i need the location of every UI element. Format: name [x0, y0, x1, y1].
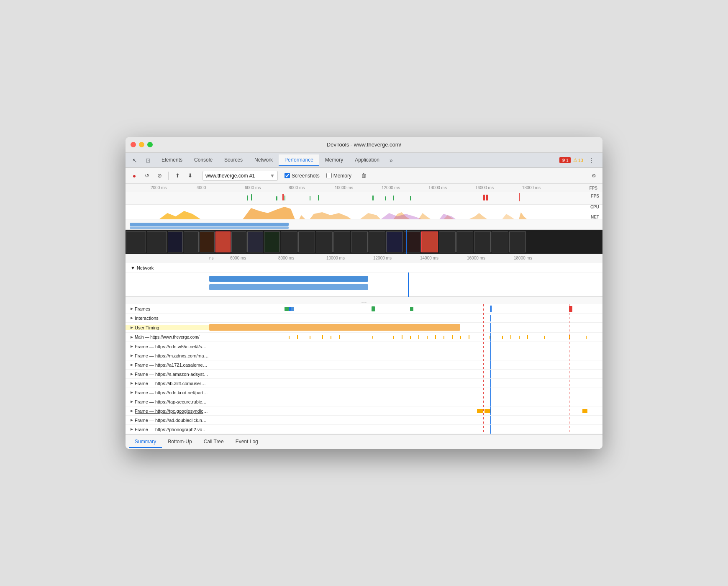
error-badge[interactable]: ⊗ 1	[559, 157, 571, 163]
frame-row-9[interactable]: ▶ Frame — https://phonograph2.voxmedia.c…	[126, 425, 602, 434]
main-row[interactable]: ▶ Main — https://www.theverge.com/	[126, 333, 602, 342]
frame-row-7[interactable]: ▶ Frame — https://tpc.googlesyndication.…	[126, 406, 602, 416]
record-button[interactable]: ●	[129, 170, 140, 181]
frame-triangle-icon-4: ▶	[131, 381, 133, 385]
memory-checkbox-label[interactable]: Memory	[326, 173, 351, 179]
frame-row-2[interactable]: ▶ Frame — https://a1721.casalemedia.com/…	[126, 360, 602, 370]
clear-button[interactable]: ⊘	[154, 170, 165, 181]
frame-triangle-icon-1: ▶	[131, 354, 133, 357]
screenshot-thumb[interactable]	[231, 231, 246, 252]
download-button[interactable]: ⬇	[185, 170, 195, 181]
svg-rect-42	[339, 335, 340, 339]
tab-application[interactable]: Application	[349, 154, 385, 166]
user-timing-blue-line	[490, 323, 491, 332]
tab-bottom-up[interactable]: Bottom-Up	[162, 436, 197, 448]
gear-button[interactable]: ⚙	[588, 170, 599, 181]
screenshot-thumb[interactable]	[215, 231, 231, 252]
upload-button[interactable]: ⬆	[172, 170, 183, 181]
tab-network[interactable]: Network	[249, 154, 279, 166]
svg-rect-30	[291, 307, 294, 311]
url-dropdown[interactable]: www.theverge.com #1 ▼	[203, 171, 278, 181]
screenshot-thumb[interactable]	[439, 231, 456, 252]
screenshot-thumb[interactable]	[200, 231, 215, 252]
network-section[interactable]: ▼ Network	[126, 263, 602, 297]
screenshot-thumb[interactable]	[147, 231, 167, 252]
screenshots-checkbox[interactable]	[285, 173, 290, 178]
screenshot-thumb[interactable]	[168, 231, 183, 252]
screenshot-thumb[interactable]	[369, 231, 385, 252]
tab-sources[interactable]: Sources	[218, 154, 249, 166]
ruler-mark-2000: 2000 ms	[151, 185, 167, 190]
tab-performance[interactable]: Performance	[279, 154, 319, 166]
tab-call-tree[interactable]: Call Tree	[198, 436, 230, 448]
overview-area[interactable]: FPS CPU NET	[126, 192, 602, 230]
frame-row-label-3: ▶ Frame — https://s.amazon-adsystem.com/…	[126, 372, 209, 377]
svg-rect-76	[490, 406, 491, 415]
frame-row-label-0: ▶ Frame — https://cdn.w55c.net/i/s_0RB7U…	[126, 344, 209, 349]
screenshot-thumb[interactable]	[456, 231, 473, 252]
memory-label: Memory	[333, 173, 351, 179]
more-options-icon[interactable]: ⋮	[586, 154, 597, 166]
frame-row-8[interactable]: ▶ Frame — https://ad.doubleclick.net/ddm…	[126, 416, 602, 425]
warning-count: 13	[578, 158, 583, 163]
trash-button[interactable]: 🗑	[358, 170, 369, 181]
svg-rect-5	[318, 195, 319, 200]
svg-rect-33	[410, 307, 413, 311]
screenshot-thumb[interactable]	[333, 231, 350, 252]
screenshot-thumb[interactable]	[281, 231, 297, 252]
screenshot-thumb[interactable]	[247, 231, 263, 252]
screenshot-thumb[interactable]	[184, 231, 199, 252]
ruler-mark-12000: 12000 ms	[382, 185, 400, 190]
tab-event-log[interactable]: Event Log	[230, 436, 264, 448]
close-button[interactable]	[131, 142, 136, 147]
screenshot-thumb[interactable]	[316, 231, 333, 252]
maximize-button[interactable]	[147, 142, 153, 147]
timeline-rows-container[interactable]: ▶ Frames ▶ Interactions	[126, 304, 602, 434]
svg-rect-41	[331, 336, 331, 339]
frame-row-content-1	[209, 351, 602, 360]
tab-elements[interactable]: Elements	[156, 154, 188, 166]
screenshots-strip[interactable]	[126, 230, 602, 254]
svg-rect-56	[510, 335, 511, 339]
timeline-ruler-top: 2000 ms 4000 6000 ms 8000 ms 10000 ms 12…	[126, 184, 602, 192]
screenshot-thumb[interactable]	[264, 231, 280, 252]
screenshots-checkbox-label[interactable]: Screenshots	[285, 173, 320, 179]
minimize-button[interactable]	[139, 142, 144, 147]
frame-row-5[interactable]: ▶ Frame — https://cdn.krxd.net/partnerjs…	[126, 388, 602, 397]
screenshot-thumb[interactable]	[421, 231, 438, 252]
svg-rect-68	[490, 360, 491, 369]
user-timing-row[interactable]: ▶ User Timing	[126, 323, 602, 333]
screenshot-thumb[interactable]	[298, 231, 315, 252]
screenshot-thumb[interactable]	[386, 231, 403, 252]
svg-rect-28	[130, 226, 289, 229]
frames-row[interactable]: ▶ Frames	[126, 304, 602, 314]
screenshot-thumb[interactable]	[492, 231, 508, 252]
screenshot-thumb[interactable]	[351, 231, 368, 252]
screenshot-thumb[interactable]	[474, 231, 491, 252]
frame-row-4[interactable]: ▶ Frame — https://ib.3lift.com/userSync.…	[126, 379, 602, 388]
more-tabs-icon[interactable]: »	[385, 154, 397, 166]
interactions-row[interactable]: ▶ Interactions	[126, 314, 602, 323]
svg-marker-18	[360, 213, 381, 219]
svg-rect-44	[393, 336, 394, 339]
warning-badge[interactable]: ⚠ 13	[573, 157, 583, 163]
frame-row-0[interactable]: ▶ Frame — https://cdn.w55c.net/i/s_0RB7U…	[126, 342, 602, 351]
memory-checkbox[interactable]	[326, 173, 332, 178]
screenshot-thumb[interactable]	[126, 231, 146, 252]
reload-button[interactable]: ↺	[141, 170, 152, 181]
toolbar-separator2	[199, 172, 199, 180]
cursor-icon[interactable]: ↖	[129, 154, 141, 166]
frame-triangle-icon-6: ▶	[131, 400, 133, 404]
svg-rect-69	[490, 370, 491, 378]
frame-row-6[interactable]: ▶ Frame — https://tap-secure.rubiconproj…	[126, 397, 602, 406]
screenshot-thumb[interactable]	[509, 231, 526, 252]
tab-memory[interactable]: Memory	[319, 154, 349, 166]
traffic-lights	[131, 142, 153, 147]
frame-row-3[interactable]: ▶ Frame — https://s.amazon-adsystem.com/…	[126, 370, 602, 379]
svg-rect-32	[372, 306, 375, 311]
tab-summary[interactable]: Summary	[129, 436, 162, 448]
svg-rect-67	[490, 351, 491, 360]
frame-row-1[interactable]: ▶ Frame — https://m.adnxs.com/mapuid?mem…	[126, 351, 602, 360]
panel-toggle-icon[interactable]: ⊡	[142, 154, 154, 166]
tab-console[interactable]: Console	[188, 154, 218, 166]
